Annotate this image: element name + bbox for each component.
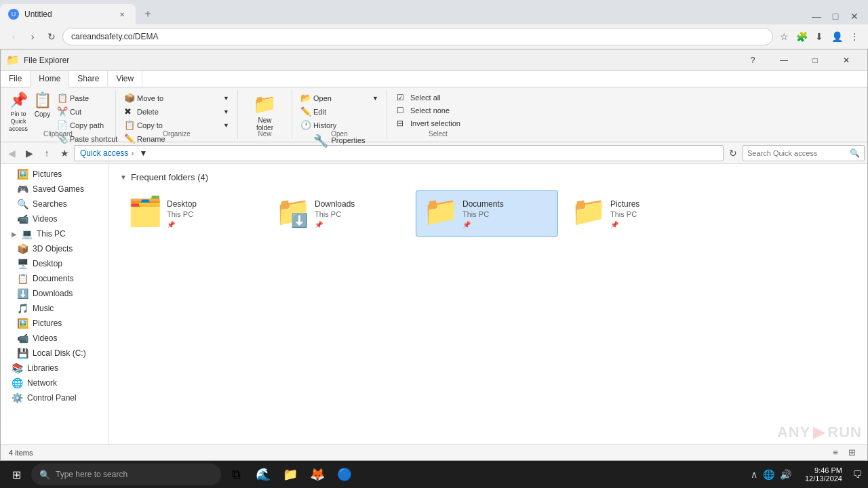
select-all-button[interactable]: ☑ Select all [393, 92, 445, 104]
tray-network-icon[interactable]: 🌐 [762, 468, 776, 481]
sidebar-item-pictures2[interactable]: 🖼️ Pictures [1, 316, 108, 331]
tray-up-arrow[interactable]: ∧ [749, 468, 759, 481]
sidebar-item-documents[interactable]: 📋 Documents [1, 271, 108, 286]
nav-forward-button[interactable]: ▶ [21, 145, 37, 161]
profile-button[interactable]: 👤 [829, 28, 845, 45]
taskbar-chrome-button[interactable]: 🔵 [331, 461, 358, 488]
section-toggle[interactable]: ▼ [120, 174, 127, 181]
address-input[interactable] [62, 28, 773, 45]
taskbar-edge-button[interactable]: 🌊 [250, 461, 277, 488]
desktop-icon: 🖥️ [17, 258, 28, 269]
ribbon-tab-file[interactable]: File [1, 71, 31, 87]
nav-up-button[interactable]: ↑ [39, 145, 55, 161]
sidebar-item-label: Documents [33, 274, 74, 283]
window-maximize-button[interactable]: □ [800, 49, 831, 71]
select-none-button[interactable]: ☐ Select none [393, 104, 454, 117]
large-icons-view-button[interactable]: ⊞ [844, 447, 859, 459]
search-input[interactable] [747, 149, 847, 157]
sidebar-item-label: Pictures [33, 319, 62, 328]
copy-to-icon: 📋 [124, 120, 135, 130]
saved-games-icon: 🎮 [17, 184, 28, 195]
invert-selection-icon: ⊟ [397, 119, 408, 128]
window-minimize-button[interactable]: — [768, 49, 800, 71]
notification-button[interactable]: 🗨 [849, 461, 865, 488]
minimize-button[interactable]: — [808, 8, 825, 24]
close-browser-button[interactable]: ✕ [846, 8, 863, 24]
sidebar-item-desktop[interactable]: 🖥️ Desktop [1, 256, 108, 271]
invert-selection-label: Invert selection [410, 119, 460, 127]
sidebar-item-libraries[interactable]: 📚 Libraries [1, 361, 108, 375]
window-close-button[interactable]: ✕ [831, 49, 862, 71]
sidebar-item-downloads[interactable]: ⬇️ Downloads [1, 286, 108, 301]
sidebar-item-pictures[interactable]: 🖼️ Pictures [1, 167, 108, 182]
sidebar-item-videos[interactable]: 📹 Videos [1, 211, 108, 226]
sidebar-item-this-pc[interactable]: ▶ 💻 This PC [1, 226, 108, 241]
move-to-button[interactable]: 📦 Move to ▼ [121, 92, 232, 104]
documents-folder-name: Documents [462, 199, 504, 209]
download-button[interactable]: ⬇ [811, 28, 827, 45]
taskbar-firefox-button[interactable]: 🦊 [304, 461, 331, 488]
copy-button[interactable]: 📋 Copy [31, 90, 54, 120]
sidebar-item-3d-objects[interactable]: 📦 3D Objects [1, 241, 108, 256]
search-bar[interactable]: 🔍 [743, 145, 865, 161]
taskbar-explorer-button[interactable]: 📁 [277, 461, 304, 488]
ribbon-select-group: ☑ Select all ☐ Select none ⊟ Invert sele… [387, 90, 489, 139]
maximize-button[interactable]: □ [827, 8, 844, 24]
folder-item-desktop[interactable]: 🗂️ Desktop This PC 📌 [120, 190, 262, 237]
start-button[interactable]: ⊞ [3, 461, 30, 488]
recent-locations-button[interactable]: ★ [56, 145, 73, 161]
menu-button[interactable]: ⋮ [846, 28, 863, 45]
clock-date: 12/13/2024 [805, 474, 842, 483]
section-title: Frequent folders (4) [131, 172, 208, 182]
new-tab-button[interactable]: ＋ [138, 4, 157, 23]
details-view-button[interactable]: ≡ [828, 447, 843, 459]
bookmark-button[interactable]: ☆ [776, 28, 792, 45]
folder-item-pictures[interactable]: 📁 Pictures This PC 📌 [564, 190, 706, 237]
sidebar-item-label: Music [33, 304, 54, 313]
tab-close-button[interactable]: ✕ [117, 9, 127, 20]
tray-volume-icon[interactable]: 🔊 [778, 468, 793, 481]
reload-button[interactable]: ↻ [43, 28, 60, 45]
path-bar[interactable]: Quick access › ▼ [74, 145, 724, 161]
sidebar-item-network[interactable]: 🌐 Network [1, 375, 108, 390]
pictures-folder-path: This PC [610, 210, 639, 218]
cut-button[interactable]: ✂️ Cut [54, 105, 120, 118]
ribbon-tab-view[interactable]: View [108, 71, 142, 87]
sidebar-item-searches[interactable]: 🔍 Searches [1, 197, 108, 211]
browser-tab-untitled[interactable]: U Untitled ✕ [0, 4, 136, 24]
select-group-label: Select [387, 130, 489, 138]
folder-item-documents[interactable]: 📁 Documents This PC 📌 [416, 190, 558, 237]
sidebar-item-saved-games[interactable]: 🎮 Saved Games [1, 182, 108, 197]
main-area: 🖼️ Pictures 🎮 Saved Games 🔍 Searches 📹 V… [1, 164, 867, 444]
refresh-button[interactable]: ↻ [725, 145, 741, 161]
ribbon-tab-share[interactable]: Share [69, 71, 108, 87]
delete-button[interactable]: ✖ Delete ▼ [121, 105, 232, 118]
copy-path-label: Copy path [70, 121, 104, 129]
pin-to-quick-access-button[interactable]: 📌 Pin to Quickaccess [6, 90, 31, 134]
sidebar-item-local-disk[interactable]: 💾 Local Disk (C:) [1, 346, 108, 361]
open-button[interactable]: 📂 Open ▼ [298, 92, 381, 104]
forward-button[interactable]: › [24, 28, 41, 45]
edit-button[interactable]: ✏️ Edit [298, 105, 381, 118]
paste-button[interactable]: 📋 Paste [54, 92, 120, 104]
ribbon-tab-home[interactable]: Home [31, 71, 69, 87]
videos-icon: 📹 [17, 214, 28, 224]
back-button[interactable]: ‹ [5, 28, 22, 45]
sidebar-item-music[interactable]: 🎵 Music [1, 301, 108, 316]
sidebar-item-control-panel[interactable]: ⚙️ Control Panel [1, 390, 108, 405]
sidebar-item-videos2[interactable]: 📹 Videos [1, 331, 108, 346]
invert-selection-button[interactable]: ⊟ Invert selection [393, 117, 465, 129]
folder-item-downloads[interactable]: 📁 ⬇️ Downloads This PC 📌 [268, 190, 410, 237]
documents-folder-pin: 📌 [462, 221, 504, 228]
extensions-button[interactable]: 🧩 [793, 28, 810, 45]
taskbar-task-view-button[interactable]: ⧉ [222, 461, 250, 488]
tab-favicon: U [8, 9, 19, 20]
path-dropdown[interactable]: ▼ [136, 148, 150, 158]
nav-back-button[interactable]: ◀ [3, 145, 20, 161]
taskbar-search[interactable]: 🔍 Type here to search [31, 464, 221, 485]
new-folder-button[interactable]: 📁 Newfolder [249, 90, 281, 133]
clock[interactable]: 9:46 PM 12/13/2024 [800, 466, 848, 483]
folder-icon-downloads: 📁 ⬇️ [275, 197, 308, 230]
quick-access-path[interactable]: Quick access [80, 148, 128, 158]
window-help-button[interactable]: ? [737, 49, 768, 71]
